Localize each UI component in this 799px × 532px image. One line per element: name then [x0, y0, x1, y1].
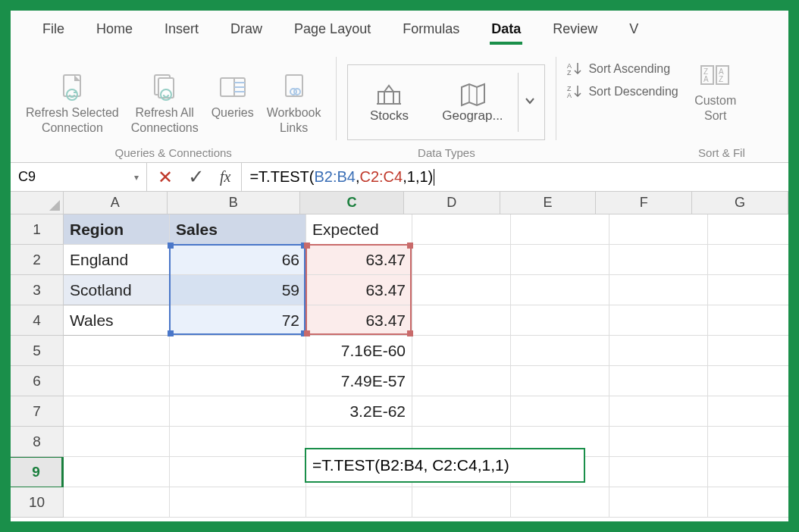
- cell-G10[interactable]: [708, 487, 788, 518]
- cell-E3[interactable]: [511, 275, 609, 305]
- cell-A4[interactable]: Wales: [64, 305, 170, 336]
- cell-C2[interactable]: 63.47: [306, 245, 412, 275]
- stocks-button[interactable]: Stocks: [351, 81, 427, 124]
- data-types-expand[interactable]: [518, 73, 541, 132]
- cell-F4[interactable]: [609, 305, 708, 336]
- cell-D1[interactable]: [412, 214, 511, 245]
- cell-A1[interactable]: Region: [64, 214, 170, 245]
- custom-sort-button[interactable]: ZAAZ Custom Sort: [689, 61, 742, 125]
- cell-A3[interactable]: Scotland: [64, 275, 170, 305]
- cell-G2[interactable]: [708, 245, 788, 275]
- row-header-5[interactable]: 5: [11, 336, 64, 366]
- tab-page-layout[interactable]: Page Layout: [293, 18, 372, 40]
- cell-D2[interactable]: [412, 245, 511, 275]
- name-box[interactable]: C9 ▾: [11, 163, 147, 191]
- cell-A8[interactable]: [64, 427, 170, 457]
- cell-F6[interactable]: [609, 366, 708, 396]
- cell-F10[interactable]: [609, 487, 708, 518]
- cell-C4[interactable]: 63.47: [306, 305, 412, 336]
- cell-B1[interactable]: Sales: [170, 214, 306, 245]
- cell-D3[interactable]: [412, 275, 511, 305]
- cell-B7[interactable]: [170, 396, 306, 427]
- cell-F5[interactable]: [609, 336, 708, 366]
- geography-button[interactable]: Geograp...: [434, 81, 510, 124]
- cell-D5[interactable]: [412, 336, 511, 366]
- cell-C3[interactable]: 63.47: [306, 275, 412, 305]
- cell-A7[interactable]: [64, 396, 170, 427]
- formula-input[interactable]: =T.TEST(B2:B4, C2:C4,1,1): [242, 168, 788, 186]
- cell-F2[interactable]: [609, 245, 708, 275]
- tab-draw[interactable]: Draw: [229, 18, 264, 40]
- cell-B10[interactable]: [170, 487, 306, 518]
- column-header-A[interactable]: A: [64, 192, 168, 214]
- refresh-all-connections-button[interactable]: Refresh All Connections: [127, 72, 203, 140]
- tab-review[interactable]: Review: [551, 18, 599, 40]
- row-header-3[interactable]: 3: [11, 275, 64, 305]
- row-header-7[interactable]: 7: [11, 396, 64, 427]
- spreadsheet-grid[interactable]: ABCDEFG 12345678910 RegionSalesExpectedE…: [11, 192, 788, 521]
- column-header-C[interactable]: C: [300, 192, 404, 214]
- row-header-10[interactable]: 10: [11, 487, 64, 518]
- cell-E6[interactable]: [511, 366, 609, 396]
- cell-B6[interactable]: [170, 366, 306, 396]
- cell-B5[interactable]: [170, 336, 306, 366]
- cell-C1[interactable]: Expected: [306, 214, 412, 245]
- cell-A9[interactable]: [64, 457, 170, 487]
- row-header-6[interactable]: 6: [11, 366, 64, 396]
- sort-ascending-button[interactable]: AZ Sort Ascending: [567, 61, 670, 77]
- cell-B3[interactable]: 59: [170, 275, 306, 305]
- cell-E2[interactable]: [511, 245, 609, 275]
- queries-button[interactable]: Queries: [206, 72, 259, 140]
- cell-C6[interactable]: 7.49E-57: [306, 366, 412, 396]
- fx-icon[interactable]: fx: [220, 168, 230, 186]
- column-header-B[interactable]: B: [168, 192, 301, 214]
- row-header-9[interactable]: 9: [11, 457, 64, 487]
- cell-G9[interactable]: [708, 457, 788, 487]
- cell-B4[interactable]: 72: [170, 305, 306, 336]
- cell-B8[interactable]: [170, 427, 306, 457]
- cell-D4[interactable]: [412, 305, 511, 336]
- select-all-corner[interactable]: [11, 192, 64, 214]
- cell-D7[interactable]: [412, 396, 511, 427]
- column-header-F[interactable]: F: [596, 192, 692, 214]
- row-header-4[interactable]: 4: [11, 305, 64, 336]
- cell-E10[interactable]: [511, 487, 609, 518]
- cell-A10[interactable]: [64, 487, 170, 518]
- cell-C10[interactable]: [306, 487, 412, 518]
- cell-D6[interactable]: [412, 366, 511, 396]
- cell-A5[interactable]: [64, 336, 170, 366]
- refresh-selected-connection-button[interactable]: Refresh Selected Connection: [21, 72, 124, 140]
- cell-G5[interactable]: [708, 336, 788, 366]
- cell-G4[interactable]: [708, 305, 788, 336]
- row-header-2[interactable]: 2: [11, 245, 64, 275]
- row-header-1[interactable]: 1: [11, 214, 64, 245]
- column-header-G[interactable]: G: [692, 192, 788, 214]
- cell-E5[interactable]: [511, 336, 609, 366]
- workbook-links-button[interactable]: Workbook Links: [262, 72, 326, 140]
- tab-formulas[interactable]: Formulas: [401, 18, 461, 40]
- tab-data[interactable]: Data: [490, 18, 522, 40]
- cancel-formula-button[interactable]: ✕: [158, 167, 173, 188]
- cell-G3[interactable]: [708, 275, 788, 305]
- tab-view[interactable]: V: [628, 18, 640, 40]
- cell-F9[interactable]: [609, 457, 708, 487]
- active-cell-editor[interactable]: =T.TEST(B2:B4, C2:C4,1,1): [305, 448, 585, 483]
- column-header-D[interactable]: D: [404, 192, 500, 214]
- cell-G8[interactable]: [708, 427, 788, 457]
- cell-A6[interactable]: [64, 366, 170, 396]
- cell-A2[interactable]: England: [64, 245, 170, 275]
- cell-F1[interactable]: [609, 214, 708, 245]
- cell-E4[interactable]: [511, 305, 609, 336]
- cell-F7[interactable]: [609, 396, 708, 427]
- cell-G7[interactable]: [708, 396, 788, 427]
- cell-B9[interactable]: [170, 457, 306, 487]
- cell-C5[interactable]: 7.16E-60: [306, 336, 412, 366]
- cell-C7[interactable]: 3.2E-62: [306, 396, 412, 427]
- cell-E7[interactable]: [511, 396, 609, 427]
- cell-D10[interactable]: [412, 487, 511, 518]
- tab-insert[interactable]: Insert: [163, 18, 200, 40]
- row-header-8[interactable]: 8: [11, 427, 64, 457]
- tab-file[interactable]: File: [41, 18, 66, 40]
- cell-F3[interactable]: [609, 275, 708, 305]
- column-header-E[interactable]: E: [500, 192, 597, 214]
